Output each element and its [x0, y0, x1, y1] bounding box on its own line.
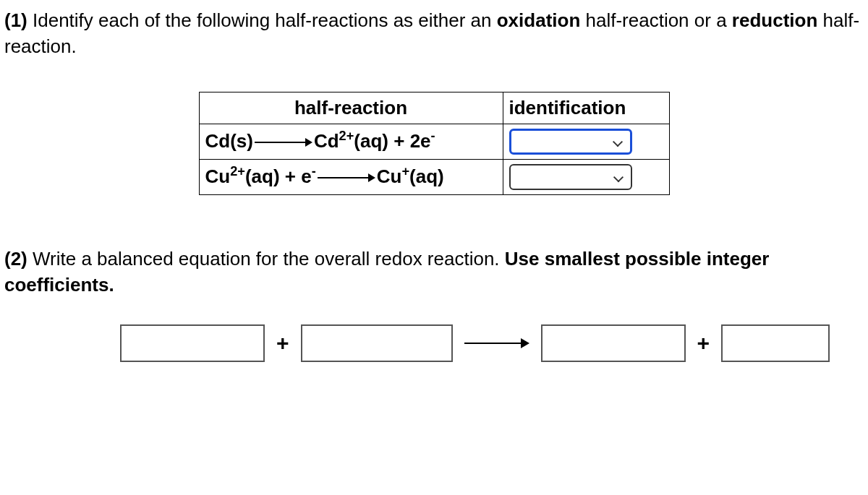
reaction-cell-1: Cd(s)Cd2+(aq) + 2e- — [199, 124, 503, 159]
reaction-1-part: (aq) + 2e — [354, 130, 430, 152]
q2-text-1: Write a balanced equation for the overal… — [27, 248, 505, 270]
q1-text-2: half-reaction or a — [580, 9, 732, 31]
product-1-input[interactable] — [541, 324, 686, 362]
reaction-1-part: Cd(s) — [205, 130, 253, 152]
plus-symbol: + — [697, 331, 710, 356]
identification-cell-1 — [503, 124, 669, 159]
superscript: + — [401, 165, 409, 179]
half-reaction-table: half-reaction identification Cd(s)Cd2+(a… — [199, 92, 670, 195]
table-row: Cd(s)Cd2+(aq) + 2e- — [199, 124, 669, 159]
chevron-down-icon — [613, 136, 623, 146]
arrow-icon — [255, 137, 312, 147]
superscript: - — [312, 165, 316, 179]
question-1-text: (1) Identify each of the following half-… — [4, 7, 864, 60]
reactant-1-input[interactable] — [120, 324, 265, 362]
superscript: - — [431, 129, 435, 144]
reactant-2-input[interactable] — [301, 324, 453, 362]
product-2-input[interactable] — [721, 324, 830, 362]
half-reaction-table-wrap: half-reaction identification Cd(s)Cd2+(a… — [4, 92, 864, 195]
table-row: Cu2+(aq) + e-Cu+(aq) — [199, 159, 669, 194]
arrow-icon — [318, 173, 375, 183]
reaction-2-part: Cu — [205, 165, 231, 187]
header-identification: identification — [503, 92, 669, 124]
reaction-2-part: (aq) — [409, 165, 444, 187]
q1-bold-reduction: reduction — [732, 9, 817, 31]
reaction-2-part: (aq) + e — [245, 165, 312, 187]
superscript: 2+ — [230, 165, 245, 179]
reaction-1-part: Cd — [314, 130, 339, 152]
reaction-2: Cu2+(aq) + e-Cu+(aq) — [205, 165, 444, 187]
q1-text-1: Identify each of the following half-reac… — [27, 9, 497, 31]
reaction-2-part: Cu — [377, 165, 402, 187]
plus-symbol: + — [276, 331, 289, 356]
identification-select-1[interactable] — [509, 129, 632, 155]
chevron-down-icon — [613, 171, 624, 181]
header-half-reaction: half-reaction — [199, 92, 503, 124]
identification-select-2[interactable] — [509, 164, 632, 190]
question-2-text: (2) Write a balanced equation for the ov… — [4, 246, 864, 298]
q2-number: (2) — [4, 248, 27, 270]
reaction-arrow-icon — [464, 336, 529, 350]
identification-cell-2 — [503, 159, 669, 194]
table-header-row: half-reaction identification — [199, 92, 669, 124]
superscript: 2+ — [339, 129, 354, 144]
q1-number: (1) — [4, 9, 27, 31]
q1-bold-oxidation: oxidation — [497, 9, 581, 31]
reaction-cell-2: Cu2+(aq) + e-Cu+(aq) — [199, 159, 503, 194]
reaction-1: Cd(s)Cd2+(aq) + 2e- — [205, 130, 435, 152]
equation-row: + + — [4, 324, 864, 362]
